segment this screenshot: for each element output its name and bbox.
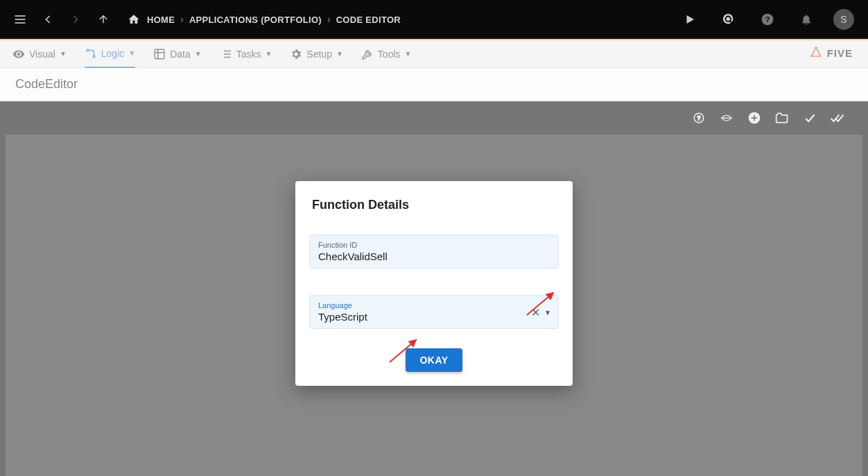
back-icon[interactable] (36, 8, 60, 31)
top-bar: HOME › APPLICATIONS (PORTFOLIO) › CODE E… (0, 0, 868, 39)
okay-button[interactable]: OKAY (406, 348, 462, 372)
play-icon[interactable] (678, 8, 702, 31)
breadcrumb-code-editor[interactable]: CODE EDITOR (336, 15, 401, 25)
svg-text:?: ? (765, 15, 770, 24)
breadcrumb: HOME › APPLICATIONS (PORTFOLIO) › CODE E… (128, 13, 401, 26)
modal-overlay: Function Details Function ID CheckValidS… (0, 39, 868, 476)
chevron-right-icon: › (327, 14, 331, 25)
notifications-icon[interactable] (795, 8, 818, 31)
breadcrumb-code-editor-label: CODE EDITOR (336, 15, 401, 25)
up-icon[interactable] (92, 8, 115, 31)
function-id-label: Function ID (318, 241, 550, 249)
menu-icon[interactable] (8, 8, 32, 31)
language-field[interactable]: Language TypeScript ✕ ▼ (309, 295, 559, 329)
forward-icon (64, 8, 87, 31)
clear-icon[interactable]: ✕ (531, 305, 540, 318)
breadcrumb-home-label: HOME (147, 15, 175, 25)
function-id-field[interactable]: Function ID CheckValidSell (309, 235, 559, 269)
help-icon[interactable]: ? (756, 8, 779, 31)
svg-point-6 (726, 17, 731, 22)
language-value: TypeScript (318, 311, 550, 323)
language-label: Language (318, 301, 550, 309)
chevron-right-icon: › (180, 14, 184, 25)
svg-line-7 (730, 21, 731, 22)
search-icon[interactable] (717, 8, 740, 31)
modal-title: Function Details (295, 198, 573, 225)
function-details-modal: Function Details Function ID CheckValidS… (295, 181, 573, 386)
avatar-initial: S (840, 14, 847, 25)
avatar[interactable]: S (833, 9, 854, 30)
breadcrumb-home[interactable]: HOME (128, 13, 175, 26)
dropdown-caret-icon[interactable]: ▼ (544, 308, 551, 316)
svg-marker-4 (687, 15, 695, 24)
function-id-value: CheckValidSell (318, 250, 550, 262)
breadcrumb-applications-label: APPLICATIONS (PORTFOLIO) (189, 15, 322, 25)
breadcrumb-applications[interactable]: APPLICATIONS (PORTFOLIO) (189, 15, 322, 25)
